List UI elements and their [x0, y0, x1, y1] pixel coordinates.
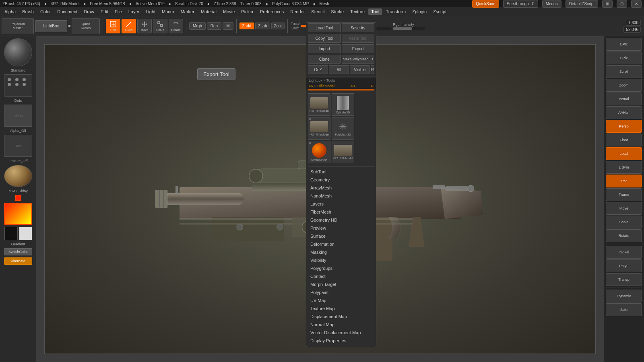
thumb-rifle3[interactable]: 4R7_RifleModel	[332, 141, 354, 163]
surface-item[interactable]: Surface	[306, 232, 376, 240]
goz-button[interactable]: GoZ	[308, 65, 328, 74]
polygroups-item[interactable]: Polygroups	[306, 264, 376, 272]
thumb-polymesh[interactable]: ✳ PolyMesh3D	[332, 117, 354, 140]
texture-preview[interactable]: Tex	[4, 135, 32, 157]
color-swatch[interactable]	[4, 203, 32, 225]
material-sphere[interactable]	[4, 38, 32, 66]
bpr-button[interactable]: BPR	[606, 38, 642, 51]
menu-transform[interactable]: Transform	[383, 8, 409, 15]
menu-layer[interactable]: Layer	[126, 8, 142, 15]
projection-master-button[interactable]: ProjectionMaster	[2, 18, 34, 34]
rotate-button[interactable]: Rotate	[169, 19, 183, 33]
geometry-hd-item[interactable]: Geometry HD	[306, 216, 376, 224]
frame-button[interactable]: Frame	[606, 188, 642, 201]
menu-document[interactable]: Document	[54, 8, 80, 15]
lsym-button[interactable]: L Sym	[606, 161, 642, 174]
scale-button[interactable]: Scale	[153, 19, 167, 33]
local-button[interactable]: Local	[606, 147, 642, 160]
morph-target-item[interactable]: Morph Target	[306, 280, 376, 288]
rgb-button[interactable]: Rgb	[207, 22, 221, 30]
r-button[interactable]: R	[371, 65, 374, 74]
dots-preview[interactable]	[4, 74, 32, 97]
polyf-button[interactable]: PolyF	[606, 259, 642, 272]
zsub-button[interactable]: Zsub	[255, 23, 270, 29]
alternate-button[interactable]: Alternate	[4, 257, 32, 265]
transp-button[interactable]: Transp	[606, 273, 642, 286]
menu-material[interactable]: Material	[198, 8, 219, 15]
zoom-button[interactable]: Zoom	[606, 79, 642, 92]
window-button[interactable]: ⊟	[617, 0, 627, 8]
load-tool-button[interactable]: Load Tool	[308, 23, 341, 32]
aahalf-button[interactable]: AAHalf	[606, 106, 642, 119]
floor-button[interactable]: Floor	[606, 134, 642, 146]
black-swatch[interactable]	[4, 227, 18, 240]
persp-button[interactable]: Persp	[606, 120, 642, 133]
subtool-item[interactable]: SubTool	[306, 168, 376, 176]
thumb-brush[interactable]: 8 SimpleBrush	[308, 141, 330, 163]
xyz-button[interactable]: XYZ	[606, 175, 642, 187]
normal-map-item[interactable]: Normal Map	[306, 321, 376, 329]
contact-item[interactable]: Contact	[306, 272, 376, 280]
spix-button[interactable]: SPix	[606, 51, 642, 64]
edit-button[interactable]: Edit	[106, 19, 120, 33]
menu-stencil[interactable]: Stencil	[308, 8, 327, 15]
visibility-item[interactable]: Visibility	[306, 256, 376, 264]
vector-displacement-item[interactable]: Vector Displacement Map	[306, 329, 376, 337]
move-right-button[interactable]: Move	[606, 202, 642, 215]
fibermesh-item[interactable]: FiberMesh	[306, 208, 376, 216]
dynamic-button[interactable]: Dynamic	[606, 290, 642, 302]
arraymesh-item[interactable]: ArrayMesh	[306, 184, 376, 192]
zcut-button[interactable]: Zcut	[271, 23, 285, 29]
close-button[interactable]: ✕	[631, 0, 642, 8]
scale-right-button[interactable]: Scale	[606, 216, 642, 228]
make-polymesh-button[interactable]: Make PolyMesh3D	[342, 55, 375, 64]
all-button[interactable]: All	[329, 65, 349, 74]
copy-tool-button[interactable]: Copy Tool	[308, 34, 341, 43]
menu-texture[interactable]: Texture	[347, 8, 367, 15]
default-zscript-button[interactable]: DefaultZScript	[566, 0, 598, 8]
texture-map-item[interactable]: Texture Map	[306, 304, 376, 313]
see-through-button[interactable]: See-through 0	[503, 0, 538, 8]
save-as-button[interactable]: Save As	[342, 23, 375, 32]
inv-fill-button[interactable]: Inv Fill	[606, 246, 642, 259]
displacement-map-item[interactable]: Displacement Map	[306, 313, 376, 321]
menu-file[interactable]: File	[112, 8, 125, 15]
thumb-cylinder[interactable]: Cylinder3D	[332, 93, 354, 116]
menu-brush[interactable]: Brush	[19, 8, 37, 15]
menu-render[interactable]: Render	[287, 8, 308, 15]
mrgb-button[interactable]: Mrgb	[189, 22, 206, 30]
export-button[interactable]: Export	[342, 44, 375, 53]
polypaint-item[interactable]: Polypaint	[306, 288, 376, 296]
menu-color[interactable]: Color	[37, 8, 54, 15]
import-button[interactable]: Import	[308, 44, 341, 53]
solo-button[interactable]: Solo	[606, 303, 642, 316]
menu-light[interactable]: Light	[143, 8, 158, 15]
quick-sketch-button[interactable]: QuickSketch	[72, 18, 100, 34]
menu-zplugin[interactable]: Zplugin	[409, 8, 429, 15]
menu-tool[interactable]: Tool	[368, 8, 382, 15]
menu-draw[interactable]: Draw	[81, 8, 97, 15]
masking-item[interactable]: Masking	[306, 248, 376, 256]
menu-marker[interactable]: Marker	[178, 8, 197, 15]
rgb-intensity-slider[interactable]	[393, 27, 425, 30]
nanomesh-item[interactable]: NanoMesh	[306, 192, 376, 200]
rotate-right-button[interactable]: Rotate	[606, 229, 642, 242]
layers-item[interactable]: Layers	[306, 200, 376, 208]
paste-tool-button[interactable]: Paste Tool	[342, 34, 375, 43]
expand-button[interactable]: ⊞	[602, 0, 613, 8]
switch-color-button[interactable]: SwitchColor	[4, 248, 32, 255]
menu-preferences[interactable]: Preferences	[257, 8, 287, 15]
menu-picker[interactable]: Picker	[238, 8, 256, 15]
geometry-item[interactable]: Geometry	[306, 176, 376, 184]
m-button[interactable]: M	[223, 22, 233, 30]
menu-macro[interactable]: Macro	[159, 8, 177, 15]
draw-button[interactable]: Draw	[122, 19, 136, 33]
lightbox-button[interactable]: LightBox	[35, 20, 67, 32]
menus-button[interactable]: Menus	[542, 0, 561, 8]
quick-save-button[interactable]: QuickSave	[472, 0, 499, 8]
thumb-rifle2[interactable]: 8 4R7_RifleModel	[308, 117, 330, 140]
thumb-rifle1[interactable]: 4R7_RifleModel	[308, 93, 330, 116]
menu-movie[interactable]: Movie	[220, 8, 237, 15]
alpha-preview[interactable]: Alpha	[4, 105, 32, 127]
menu-alpha[interactable]: Alpha	[2, 8, 19, 15]
